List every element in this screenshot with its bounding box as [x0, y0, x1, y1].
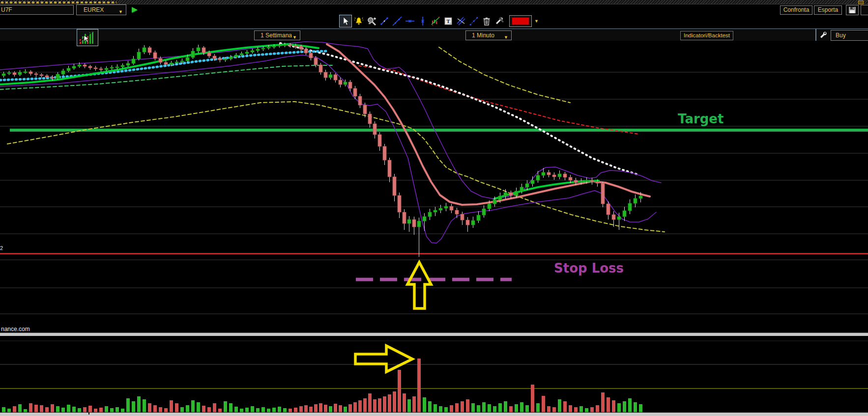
chevron-down-icon[interactable]: ▼	[534, 19, 539, 24]
tool-zoom-icon[interactable]	[366, 15, 377, 27]
tool-alert-bell-icon[interactable]	[353, 15, 365, 27]
tool-cursor-icon[interactable]	[339, 15, 352, 28]
chevron-down-icon: ▼	[504, 33, 508, 40]
time-axis	[0, 413, 868, 416]
clipped-button[interactable]	[861, 5, 868, 15]
tool-polyline-icon[interactable]	[468, 15, 480, 27]
symbol-input[interactable]: U7F	[0, 5, 74, 15]
right-timeframe-value: 1 Minuto	[466, 32, 494, 39]
timeframe-bar: 1 Settimana ▼ 1 Minuto ▼ Indicatori/Back…	[0, 28, 868, 41]
exchange-dropdown[interactable]: EUREX ▼	[76, 4, 126, 15]
clipped-window-title	[1, 1, 116, 3]
bar-chart-icon	[77, 29, 97, 45]
up-arrow-annotation	[407, 262, 431, 308]
drawing-toolbar: T▼	[339, 15, 539, 28]
yellow-band-upper	[439, 47, 570, 103]
color-picker-button[interactable]	[509, 15, 532, 27]
toolbar-divider	[815, 29, 816, 41]
price-levels-layer	[0, 129, 868, 254]
tool-channel-icon[interactable]	[455, 15, 467, 27]
buy-order-box[interactable]: Buy	[831, 30, 868, 41]
tool-trash-icon[interactable]	[481, 15, 492, 27]
exchange-dropdown-value: EUREX	[77, 6, 104, 13]
chevron-down-icon: ▼	[292, 33, 297, 40]
run-play-icon[interactable]: ▶	[132, 5, 138, 14]
tool-horizontal-line-icon[interactable]	[404, 15, 416, 27]
yellow-band-lower	[7, 102, 665, 232]
tool-pattern-icon[interactable]	[430, 15, 441, 27]
green-dashed-band	[0, 65, 332, 89]
buy-label: Buy	[831, 32, 846, 39]
watermark-text: nance.com	[1, 326, 30, 333]
gridlines-layer	[0, 72, 868, 388]
price-axis-fragment: 2	[0, 245, 3, 251]
color-swatch	[512, 17, 529, 25]
tool-extended-line-icon[interactable]	[391, 15, 403, 27]
tool-text-icon[interactable]: T	[442, 15, 454, 27]
purple-band-lower	[0, 55, 656, 243]
left-timeframe-dropdown[interactable]: 1 Settimana ▼	[254, 30, 300, 40]
save-button[interactable]	[846, 5, 859, 15]
chevron-down-icon: ▼	[118, 7, 123, 15]
panel-separator[interactable]	[0, 333, 868, 336]
annotations-layer	[355, 262, 512, 372]
tool-segment-icon[interactable]	[378, 15, 390, 27]
volume-layer	[2, 359, 642, 412]
indicatori-backtest-button[interactable]: Indicatori/Backtest	[680, 31, 733, 40]
wrench-icon[interactable]	[819, 30, 828, 39]
left-timeframe-value: 1 Settimana	[255, 32, 292, 39]
target-label: Target	[678, 111, 723, 126]
tool-vertical-line-icon[interactable]	[417, 15, 429, 27]
floppy-disk-icon	[848, 6, 856, 14]
chart-style-button[interactable]	[77, 29, 98, 46]
esporta-button[interactable]: Esporta	[814, 5, 842, 15]
right-timeframe-dropdown[interactable]: 1 Minuto ▼	[465, 30, 512, 40]
right-arrow-annotation	[355, 346, 412, 372]
time-axis-tick	[88, 413, 89, 415]
tool-settings-icon[interactable]	[493, 15, 505, 27]
confronta-button[interactable]: Confronta	[780, 5, 812, 15]
chart-canvas[interactable]	[0, 0, 868, 416]
stop-loss-label: Stop Loss	[554, 261, 624, 276]
trading-app-window: Target Stop Loss nance.com 2 U7F EUREX ▼…	[0, 0, 868, 416]
